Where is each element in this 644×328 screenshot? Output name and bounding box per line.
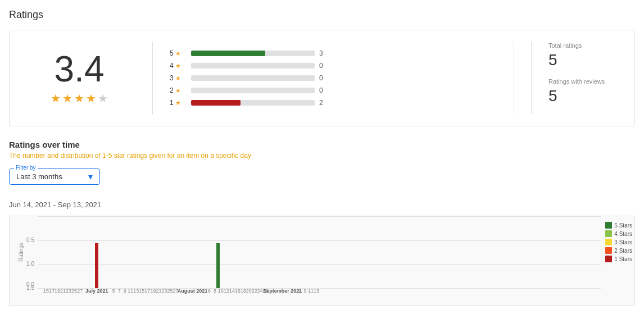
x-label-13: 15 [139, 288, 144, 294]
x-label-17: 23 [161, 288, 167, 294]
bar-fill-5 [191, 51, 265, 56]
legend-item-4: 1 Stars [605, 256, 632, 262]
bar-row-5: 5 ★ 3 [170, 49, 497, 57]
y-label-0.5: 0.5 [26, 237, 34, 243]
stats-section: Total ratings 5 Ratings with reviews 5 [531, 42, 621, 114]
x-label-36: 13 [314, 288, 319, 294]
x-label-1: 17 [49, 288, 55, 294]
x-label-9: 7 [118, 288, 121, 294]
x-label-14: 17 [144, 288, 150, 294]
legend-label-2: 3 Stars [614, 239, 632, 245]
x-label-27: 18 [241, 288, 246, 294]
bar-star-icon-1: ★ [175, 99, 181, 107]
filter-box[interactable]: Filter by Last monthLast 3 monthsLast 6 … [9, 168, 100, 185]
x-label-12: 13 [133, 288, 139, 294]
x-label-10: 9 [124, 288, 126, 294]
bars-section: 5 ★ 3 4 ★ 0 3 ★ 0 2 ★ 0 [170, 49, 497, 107]
overtime-subtitle: The number and distribution of 1-5 star … [9, 152, 635, 160]
total-ratings-label: Total ratings [548, 42, 621, 49]
bar-count-1: 2 [319, 99, 330, 107]
divider-vertical-2 [514, 42, 514, 115]
x-label-33: 7 [298, 288, 301, 294]
overtime-title: Ratings over time [9, 140, 635, 149]
ratings-reviews-value: 5 [548, 87, 621, 105]
x-label-34: 9 [303, 288, 306, 294]
bar-track-3 [191, 75, 315, 81]
star-2: ★ [62, 92, 72, 105]
bar-track-2 [191, 88, 315, 93]
bar-number-3: 3 [170, 74, 174, 82]
bar-row-4: 4 ★ 0 [170, 62, 497, 70]
bar-row-2: 2 ★ 0 [170, 86, 497, 94]
x-label-25: 14 [229, 288, 235, 294]
overtime-section: Ratings over time The number and distrib… [9, 140, 635, 306]
star-3: ★ [74, 92, 84, 105]
page-title: Ratings [9, 9, 635, 21]
x-label-2: 19 [55, 288, 60, 294]
bar-label-2: 2 ★ [170, 86, 187, 94]
x-label-16: 21 [156, 288, 161, 294]
x-label-28: 20 [246, 288, 252, 294]
bar-star-icon-5: ★ [175, 50, 181, 57]
legend-color-1 [605, 230, 612, 237]
legend-label-0: 5 Stars [614, 222, 632, 229]
x-label-6: 27 [77, 288, 83, 294]
x-axis: 15171921232527July 202157911131517192123… [10, 288, 634, 305]
legend-item-0: 5 Stars [605, 222, 632, 229]
x-label-18: 25 [167, 288, 173, 294]
x-label-15: 19 [150, 288, 156, 294]
star-5: ★ [98, 92, 108, 105]
bar-label-3: 3 ★ [170, 74, 187, 82]
x-label-30: 24 [257, 288, 263, 294]
legend-color-4 [605, 256, 612, 262]
legend-color-3 [605, 247, 612, 254]
x-label-7: July 2021 [85, 288, 108, 294]
divider-vertical-1 [152, 42, 153, 115]
chart-container: Ratings1.51.00.50.0 5 Stars 4 Stars 3 St… [9, 216, 635, 306]
x-label-32: September 2021 [263, 288, 302, 294]
legend-label-3: 2 Stars [614, 248, 632, 254]
bar-star-icon-4: ★ [175, 62, 181, 70]
y-label-0.0: 0.0 [26, 281, 34, 288]
big-score-section: 3.4 ★ ★ ★ ★ ★ [23, 51, 135, 105]
y-axis-title: Ratings [18, 243, 24, 262]
chart-bar-1 [216, 243, 220, 288]
legend-color-0 [605, 222, 612, 229]
bar-track-4 [191, 63, 315, 69]
bar-fill-1 [191, 100, 241, 106]
x-label-3: 21 [60, 288, 66, 294]
legend-item-2: 3 Stars [605, 239, 632, 245]
x-label-11: 11 [128, 288, 133, 294]
bar-label-5: 5 ★ [170, 49, 187, 57]
bar-number-5: 5 [170, 49, 174, 57]
filter-label: Filter by [14, 165, 38, 171]
chevron-down-icon: ▾ [88, 171, 93, 182]
bar-label-4: 4 ★ [170, 62, 187, 70]
legend-item-1: 4 Stars [605, 230, 632, 237]
chart-area: Ratings1.51.00.50.0 5 Stars 4 Stars 3 St… [10, 216, 634, 288]
x-label-5: 25 [71, 288, 77, 294]
x-label-26: 16 [235, 288, 241, 294]
chart-bar-0 [95, 243, 98, 288]
bars-wrapper [38, 221, 601, 288]
chart-legend: 5 Stars 4 Stars 3 Stars 2 Stars 1 Stars [605, 222, 632, 262]
bar-number-1: 1 [170, 99, 174, 107]
bar-star-icon-2: ★ [175, 87, 181, 94]
bar-track-1 [191, 100, 315, 106]
x-label-22: 8 [214, 288, 216, 294]
star-4: ★ [86, 92, 96, 105]
x-label-23: 10 [218, 288, 224, 294]
legend-label-1: 4 Stars [614, 231, 632, 237]
big-score: 3.4 [55, 51, 105, 87]
ratings-summary-card: 3.4 ★ ★ ★ ★ ★ 5 ★ 3 4 ★ 0 3 ★ [9, 30, 635, 126]
total-ratings-value: 5 [548, 51, 621, 69]
bar-number-4: 4 [170, 62, 174, 70]
filter-select[interactable]: Last monthLast 3 monthsLast 6 monthsLast… [16, 172, 84, 181]
y-label-1.0: 1.0 [26, 261, 34, 267]
bar-count-2: 0 [319, 86, 330, 94]
ratings-reviews-label: Ratings with reviews [548, 78, 621, 85]
grid-line-3 [38, 216, 601, 217]
x-label-4: 23 [66, 288, 71, 294]
star-1: ★ [51, 92, 61, 105]
x-label-21: 6 [208, 288, 211, 294]
